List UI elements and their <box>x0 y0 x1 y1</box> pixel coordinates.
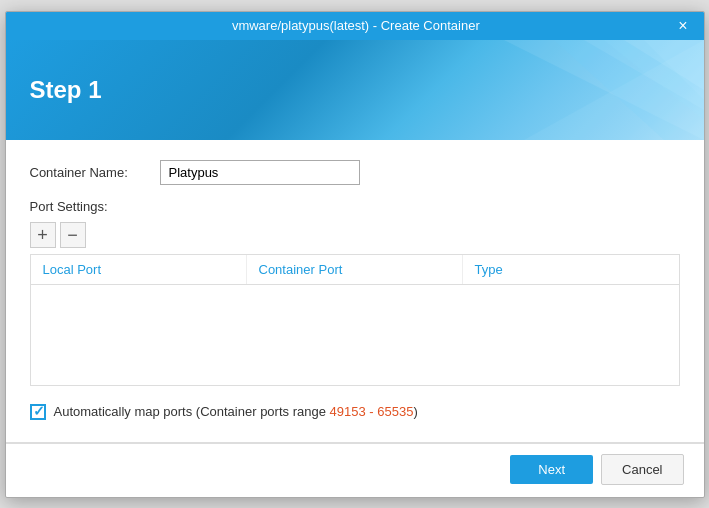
table-body <box>31 285 679 385</box>
title-bar: vmware/platypus(latest) - Create Contain… <box>6 12 704 40</box>
col-local-port: Local Port <box>31 255 247 284</box>
table-header: Local Port Container Port Type <box>31 255 679 285</box>
step-label: Step 1 <box>30 76 102 104</box>
svg-marker-3 <box>554 40 704 140</box>
dialog-title: vmware/platypus(latest) - Create Contain… <box>38 18 675 33</box>
auto-map-row: Automatically map ports (Container ports… <box>30 394 680 428</box>
svg-marker-4 <box>604 40 704 120</box>
remove-port-button[interactable]: − <box>60 222 86 248</box>
container-name-input[interactable] <box>160 160 360 185</box>
container-name-label: Container Name: <box>30 165 160 180</box>
dialog-footer: Next Cancel <box>6 443 704 497</box>
container-name-row: Container Name: <box>30 160 680 185</box>
col-type: Type <box>463 255 679 284</box>
port-settings-label: Port Settings: <box>30 199 680 214</box>
auto-map-checkbox[interactable] <box>30 404 46 420</box>
port-range: 49153 - 65535 <box>330 404 414 419</box>
port-table: Local Port Container Port Type <box>30 254 680 386</box>
svg-marker-0 <box>504 40 704 140</box>
port-toolbar: + − <box>30 222 680 248</box>
svg-marker-5 <box>644 40 704 100</box>
cancel-button[interactable]: Cancel <box>601 454 683 485</box>
banner-decoration <box>384 40 704 140</box>
close-button[interactable]: × <box>674 18 691 34</box>
col-container-port: Container Port <box>247 255 463 284</box>
auto-map-text: Automatically map ports (Container ports… <box>54 404 418 419</box>
svg-marker-2 <box>624 40 704 90</box>
svg-marker-6 <box>524 40 704 140</box>
next-button[interactable]: Next <box>510 455 593 484</box>
add-port-button[interactable]: + <box>30 222 56 248</box>
svg-marker-1 <box>584 40 704 110</box>
dialog-content: Container Name: Port Settings: + − Local… <box>6 140 704 438</box>
header-banner: Step 1 <box>6 40 704 140</box>
create-container-dialog: vmware/platypus(latest) - Create Contain… <box>5 11 705 498</box>
